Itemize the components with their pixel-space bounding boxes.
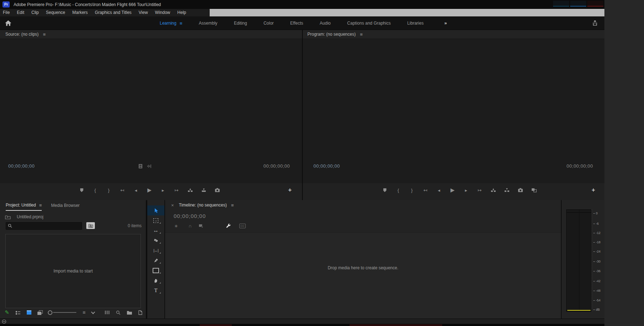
go-to-in-button[interactable]: ↤	[419, 185, 432, 195]
rectangle-tool[interactable]	[147, 265, 164, 275]
menu-file[interactable]: File	[0, 9, 13, 16]
list-view-button[interactable]	[12, 308, 24, 317]
go-to-in-button[interactable]: ↤	[116, 185, 129, 195]
close-button[interactable]	[587, 1, 603, 7]
selection-tool[interactable]	[147, 205, 164, 215]
track-select-forward-tool[interactable]: →	[147, 215, 164, 225]
step-back-button[interactable]: ◂	[432, 185, 446, 195]
menu-clip[interactable]: Clip	[28, 9, 42, 16]
project-writable-icon[interactable]: ✎	[1, 308, 12, 317]
maximize-button[interactable]	[570, 1, 586, 7]
menu-edit[interactable]: Edit	[13, 9, 28, 16]
insert-button[interactable]	[183, 185, 197, 195]
menu-view[interactable]: View	[135, 9, 152, 16]
tab-audio[interactable]: Audio	[320, 21, 331, 26]
find-button[interactable]	[113, 308, 124, 317]
create-search-bin-icon[interactable]	[86, 222, 95, 229]
tab-captions-and-graphics[interactable]: Captions and Graphics	[347, 21, 391, 26]
mark-in-button[interactable]: {	[88, 185, 102, 195]
slider-knob[interactable]	[48, 310, 52, 315]
timeline-timecode[interactable]: 00;00;00;00	[174, 213, 206, 219]
freeform-view-button[interactable]	[35, 308, 46, 317]
workspace-menu-icon[interactable]: ≡	[180, 21, 183, 26]
program-monitor-title[interactable]: Program: (no sequences)	[307, 32, 356, 37]
timeline-panel-menu-icon[interactable]: ≡	[231, 203, 234, 208]
play-button[interactable]: ▶	[446, 185, 459, 195]
type-tool-icon: T	[154, 287, 157, 294]
tab-color[interactable]: Color	[264, 21, 274, 26]
menu-window[interactable]: Window	[152, 9, 174, 16]
tab-media-browser[interactable]: Media Browser	[51, 203, 80, 208]
tab-assembly[interactable]: Assembly	[199, 21, 218, 26]
timeline-add-marker-icon[interactable]	[212, 222, 219, 229]
tab-libraries[interactable]: Libraries	[407, 21, 424, 26]
timeline-close-icon[interactable]: ×	[171, 203, 174, 208]
linked-selection-icon[interactable]	[198, 222, 204, 229]
source-panel-menu-icon[interactable]: ≡	[43, 32, 46, 37]
new-item-button[interactable]	[135, 308, 146, 317]
razor-tool[interactable]	[147, 235, 164, 245]
ripple-edit-tool[interactable]: ↔	[147, 225, 164, 235]
search-input[interactable]	[14, 223, 81, 229]
tab-project-untitled[interactable]: Project: Untitled ≡	[6, 200, 42, 211]
slip-tool[interactable]: |↔|	[147, 245, 164, 255]
creative-cloud-sync-icon[interactable]	[2, 319, 6, 324]
program-button-editor-plus[interactable]: +	[588, 185, 599, 195]
drag-video-only-icon[interactable]	[138, 164, 143, 169]
captions-icon[interactable]: CC	[239, 222, 246, 229]
sort-order-chevron-icon[interactable]	[90, 308, 97, 317]
step-forward-button[interactable]: ▸	[156, 185, 170, 195]
sort-icons-button[interactable]: ≡	[78, 308, 90, 317]
pen-tool[interactable]	[147, 255, 164, 265]
project-file-row[interactable]: Untitled.prproj	[5, 214, 44, 219]
mark-out-button[interactable]: }	[102, 185, 116, 195]
export-frame-button[interactable]	[513, 185, 527, 195]
program-panel-menu-icon[interactable]: ≡	[360, 32, 363, 37]
mark-out-button[interactable]: }	[405, 185, 419, 195]
source-position-timecode[interactable]: 00;00;00;00	[8, 163, 35, 169]
add-marker-button[interactable]	[75, 185, 88, 195]
snap-magnet-icon[interactable]: ∩	[187, 222, 193, 229]
menu-help[interactable]: Help	[174, 9, 190, 16]
step-back-button[interactable]: ◂	[129, 185, 143, 195]
comparison-view-button[interactable]	[527, 185, 541, 195]
timeline-settings-wrench-icon[interactable]	[225, 222, 232, 229]
workspace-overflow-chevron-icon[interactable]: »	[444, 16, 447, 30]
nest-sequences-icon[interactable]: ∗	[173, 222, 179, 229]
tools-panel: → ↔ |↔| T	[147, 200, 164, 319]
tab-editing[interactable]: Editing	[234, 21, 247, 26]
step-forward-button[interactable]: ▸	[459, 185, 473, 195]
empty-bin-drop-area[interactable]: Import media to start	[5, 234, 141, 308]
play-button[interactable]: ▶	[143, 185, 156, 195]
overwrite-button[interactable]	[197, 185, 210, 195]
menu-sequence[interactable]: Sequence	[42, 9, 69, 16]
automate-to-sequence-button[interactable]	[102, 308, 113, 317]
menu-graphics-and-titles[interactable]: Graphics and Titles	[91, 9, 135, 16]
type-tool[interactable]: T	[147, 285, 164, 295]
mark-in-button[interactable]: {	[392, 185, 405, 195]
go-to-out-button[interactable]: ↦	[170, 185, 183, 195]
quick-export-icon[interactable]	[592, 20, 598, 26]
thumbnail-zoom-slider[interactable]	[48, 310, 76, 315]
go-to-out-button[interactable]: ↦	[473, 185, 486, 195]
taskbar-sliver	[349, 324, 442, 326]
icon-view-button[interactable]	[24, 308, 35, 317]
timeline-tab-title[interactable]: Timeline: (no sequences)	[179, 203, 227, 208]
new-bin-button[interactable]	[124, 308, 135, 317]
lift-button[interactable]	[486, 185, 500, 195]
add-marker-button[interactable]	[378, 185, 392, 195]
drag-audio-only-icon[interactable]	[147, 164, 152, 168]
tab-learning[interactable]: Learning ≡	[160, 21, 182, 26]
source-button-editor-plus[interactable]: +	[285, 185, 295, 195]
minimize-button[interactable]	[553, 1, 569, 7]
extract-button[interactable]	[500, 185, 513, 195]
home-icon[interactable]	[5, 19, 13, 27]
source-monitor-title[interactable]: Source: (no clips)	[5, 32, 39, 37]
timeline-drop-area[interactable]: Drop media here to create sequence.	[165, 232, 561, 319]
hand-tool[interactable]	[147, 275, 164, 285]
tab-effects[interactable]: Effects	[290, 21, 303, 26]
program-position-timecode[interactable]: 00;00;00;00	[313, 163, 340, 169]
export-frame-button[interactable]	[210, 185, 224, 195]
menu-markers[interactable]: Markers	[69, 9, 91, 16]
project-panel-menu-icon[interactable]: ≡	[39, 203, 42, 208]
